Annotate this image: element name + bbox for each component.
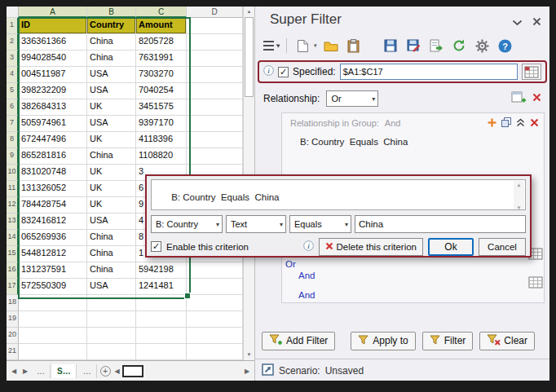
cell-A16[interactable]: 131237591 [19, 262, 87, 279]
cell-C9[interactable]: 1108820 [136, 148, 187, 165]
cell-B21[interactable] [87, 344, 136, 360]
cell-C17[interactable]: 1241481 [136, 279, 187, 295]
cell-A5[interactable]: 398232209 [19, 83, 87, 99]
vscroll-thumb[interactable] [245, 17, 254, 97]
row-header-10[interactable]: 10 [7, 165, 19, 181]
cell-C18[interactable] [136, 295, 187, 311]
row-header-6[interactable]: 6 [7, 99, 19, 116]
add-sheet-icon[interactable]: + [100, 366, 111, 377]
cell-C20[interactable] [136, 328, 187, 344]
collapse-panel-icon[interactable] [512, 15, 523, 29]
sheet-tab[interactable]: … [78, 364, 97, 378]
new-dropdown-icon[interactable]: ▾ [314, 42, 317, 49]
cell-B10[interactable]: UK [87, 165, 136, 181]
cell-B9[interactable]: China [87, 148, 136, 165]
row-header-12[interactable]: 12 [7, 197, 19, 214]
menu-icon[interactable] [262, 37, 280, 55]
cell-B19[interactable] [87, 311, 136, 328]
and-link[interactable]: And [298, 271, 315, 280]
close-panel-icon[interactable] [532, 15, 541, 29]
row-header-21[interactable]: 21 [7, 344, 19, 360]
row-header-19[interactable]: 19 [7, 311, 19, 328]
and-link[interactable]: And [298, 290, 315, 300]
cell-A7[interactable]: 505974961 [19, 116, 87, 132]
sheet-tab[interactable]: … [32, 364, 51, 378]
cell-C19[interactable] [136, 311, 187, 328]
hscroll-left-icon[interactable]: ◀ [113, 368, 122, 375]
cell-B2[interactable]: China [87, 34, 136, 51]
cell-D19[interactable] [187, 311, 243, 328]
help-icon[interactable]: ? [496, 37, 514, 55]
row-header-2[interactable]: 2 [7, 34, 19, 51]
cell-A17[interactable]: 572550309 [19, 279, 87, 295]
save-icon[interactable] [382, 37, 399, 55]
cell-A13[interactable]: 832416812 [19, 214, 87, 230]
group-relationship-value[interactable]: And [385, 118, 401, 128]
cell-A11[interactable]: 131326052 [19, 181, 87, 197]
cell-B18[interactable] [87, 295, 136, 311]
row-header-4[interactable]: 4 [7, 67, 19, 83]
delete-criterion-button[interactable]: Delete this criterion [319, 238, 423, 256]
cell-A10[interactable]: 831020748 [19, 165, 87, 181]
clear-button[interactable]: Clear [479, 332, 535, 350]
or-link[interactable]: Or [285, 259, 296, 269]
export-icon[interactable] [427, 37, 445, 55]
scroll-up-icon[interactable]: ▲ [517, 183, 522, 187]
row-header-16[interactable]: 16 [7, 262, 19, 279]
enable-criterion-checkbox[interactable]: ✓ [151, 241, 161, 252]
cell-C3[interactable]: 7631991 [136, 51, 187, 67]
cell-D1[interactable] [187, 18, 243, 34]
save-as-icon[interactable] [404, 37, 422, 55]
cell-B20[interactable] [87, 328, 136, 344]
cell-D3[interactable] [187, 51, 243, 67]
hscroll-thumb[interactable] [122, 365, 143, 377]
scroll-up-icon[interactable]: ▲ [244, 7, 254, 17]
cell-D17[interactable] [187, 279, 243, 295]
cell-D18[interactable] [187, 295, 243, 311]
apply-to-button[interactable]: Apply to [351, 332, 415, 350]
scenario-icon[interactable] [262, 363, 274, 378]
add-filter-button[interactable]: Add Filter [262, 332, 335, 350]
row-header-13[interactable]: 13 [7, 214, 19, 230]
cell-A18[interactable] [19, 295, 87, 311]
cell-D2[interactable] [187, 34, 243, 51]
fill-handle[interactable] [184, 293, 191, 299]
cell-B6[interactable]: UK [87, 99, 136, 116]
row-header-1[interactable]: 1 [7, 18, 19, 34]
range-input[interactable] [340, 64, 518, 80]
cancel-button[interactable]: Cancel [479, 238, 526, 256]
tab-scroll-left-icon[interactable]: ◀ [9, 368, 19, 375]
operator-dropdown[interactable]: Equals▾ [289, 215, 351, 233]
column-header-D[interactable]: D [187, 7, 243, 18]
cell-B5[interactable]: USA [87, 83, 136, 99]
cell-D16[interactable] [187, 262, 243, 279]
cell-D20[interactable] [187, 328, 243, 344]
cell-A20[interactable] [19, 328, 87, 344]
cell-C8[interactable]: 4118396 [136, 132, 187, 148]
criterion-summary[interactable]: B: Country Equals China [282, 129, 544, 147]
refresh-icon[interactable] [450, 37, 468, 55]
cell-D6[interactable] [187, 99, 243, 116]
cell-B13[interactable]: USA [87, 214, 136, 230]
cell-B11[interactable]: UK [87, 181, 136, 197]
field-dropdown[interactable]: B: Country▾ [151, 215, 223, 233]
row-header-18[interactable]: 18 [7, 295, 19, 311]
cell-B4[interactable]: USA [87, 67, 136, 83]
cell-B16[interactable]: China [87, 262, 136, 279]
cell-A2[interactable]: 336361366 [19, 34, 87, 51]
cell-C7[interactable]: 9397170 [136, 116, 187, 132]
cell-B15[interactable]: China [87, 246, 136, 262]
criterion-value-input[interactable] [355, 215, 526, 233]
cell-C4[interactable]: 7303270 [136, 67, 187, 83]
cell-A12[interactable]: 784428754 [19, 197, 87, 214]
delete-filter-icon[interactable] [532, 93, 541, 104]
hscroll-right-icon[interactable]: ▶ [242, 368, 252, 375]
scroll-down-icon[interactable]: ▼ [244, 350, 254, 360]
cell-C16[interactable]: 5942198 [136, 262, 187, 279]
cell-A3[interactable]: 994028540 [19, 51, 87, 67]
preview-scrollbar[interactable]: ▲ ▼ [514, 181, 524, 210]
add-criterion-icon[interactable] [488, 118, 496, 129]
cell-A8[interactable]: 672447496 [19, 132, 87, 148]
collapse-group-icon[interactable] [516, 118, 525, 129]
add-group-icon[interactable] [511, 91, 526, 106]
